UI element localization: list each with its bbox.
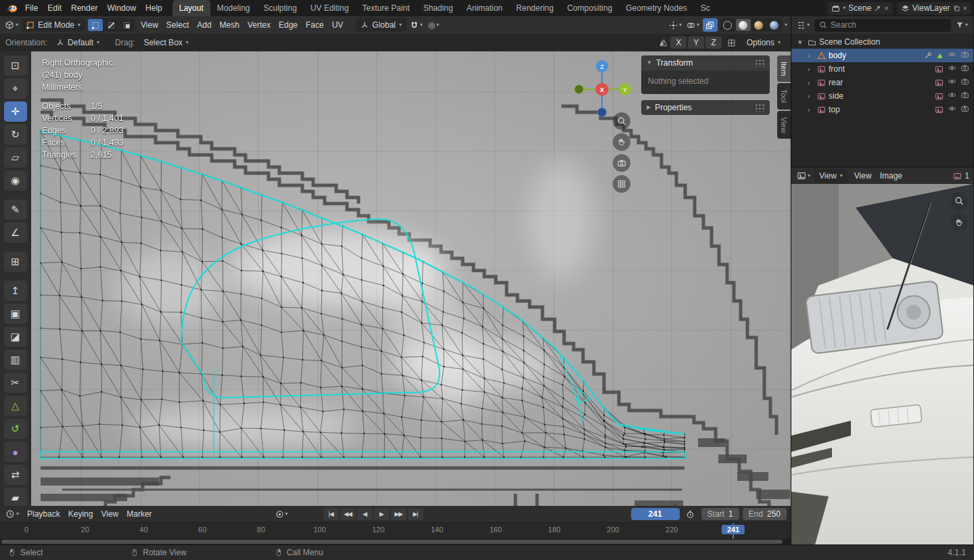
unlink-scene-icon[interactable]: × <box>884 4 888 12</box>
outliner-row-rear[interactable]: ›rear <box>791 76 973 89</box>
chevron-down-icon[interactable]: ▾ <box>785 22 787 28</box>
stopwatch-button[interactable] <box>683 507 698 521</box>
workspace-tab-uv-editing[interactable]: UV Editing <box>304 0 356 16</box>
image-datablock[interactable]: 1 <box>953 171 969 181</box>
sidebar-tab-view[interactable]: View <box>777 111 791 139</box>
wireframe-shading-button[interactable] <box>720 19 735 31</box>
remove-viewlayer-icon[interactable]: × <box>963 4 967 12</box>
navigation-gizmo[interactable]: ZYX <box>572 55 632 119</box>
face-select-button[interactable] <box>119 19 134 31</box>
camera-visibility-toggle[interactable] <box>960 104 969 115</box>
image-menu-view[interactable]: View <box>850 169 876 183</box>
mirror-axis-z[interactable]: Z <box>705 37 721 49</box>
menu-help[interactable]: Help <box>141 1 167 15</box>
camera-visibility-toggle[interactable] <box>960 91 969 101</box>
orientation-dropdown[interactable]: Default ▾ <box>51 36 104 49</box>
tool-poly-build[interactable]: △ <box>4 396 27 416</box>
transform-orientation-dropdown[interactable]: Global ▾ <box>356 18 407 32</box>
play-button[interactable]: ▶ <box>374 508 390 520</box>
tool-cursor[interactable]: ⌖ <box>4 78 27 99</box>
copy-icon[interactable] <box>953 5 960 12</box>
material-shading-button[interactable] <box>751 19 766 31</box>
tool-knife[interactable]: ✂ <box>4 373 27 393</box>
play-reverse-button[interactable]: ◀ <box>357 508 373 520</box>
tool-smooth[interactable]: ● <box>4 442 27 462</box>
viewport-menu-face[interactable]: Face <box>302 18 328 32</box>
camera-visibility-toggle[interactable] <box>960 77 969 88</box>
properties-panel-header[interactable]: ▶ Properties <box>641 100 770 115</box>
hide-toggle[interactable] <box>948 50 956 61</box>
workspace-tab-sculpting[interactable]: Sculpting <box>257 0 304 16</box>
camera-visibility-toggle[interactable] <box>960 50 969 61</box>
timeline-menu-keying[interactable]: Keying <box>64 507 97 521</box>
rendered-shading-button[interactable] <box>767 19 782 31</box>
tool-annotate[interactable]: ✎ <box>4 200 27 220</box>
timeline-ruler[interactable]: 020406080100120140160180200220241 <box>0 522 791 539</box>
viewport-menu-uv[interactable]: UV <box>328 18 348 32</box>
sidebar-tab-tool[interactable]: Tool <box>777 83 791 109</box>
blender-logo-icon[interactable] <box>3 0 20 16</box>
tool-rotate[interactable]: ↻ <box>4 124 27 145</box>
outliner-row-scene-collection[interactable]: ▾Scene Collection <box>791 35 973 49</box>
panel-grip-icon[interactable] <box>755 59 764 67</box>
camera-view-button[interactable] <box>613 154 630 172</box>
viewport-canvas[interactable]: ⊡⌖✛↻▱◉✎∠⊞↥▣◪▥✂△↺●⇄▰◫ Right Orthographic … <box>0 51 791 506</box>
viewport-menu-view[interactable]: View <box>137 18 162 32</box>
viewport-menu-select[interactable]: Select <box>162 18 193 32</box>
disclosure-icon[interactable]: › <box>808 51 814 60</box>
image-view-mode-dropdown[interactable]: View ▾ <box>814 169 848 183</box>
jump-to-start-button[interactable]: |◀ <box>323 508 339 520</box>
show-gizmo-button[interactable]: ▾ <box>668 18 683 32</box>
hide-toggle[interactable] <box>948 104 956 115</box>
search-input[interactable] <box>831 20 946 30</box>
drag-dropdown[interactable]: Select Box ▾ <box>139 36 193 49</box>
viewport-menu-mesh[interactable]: Mesh <box>216 18 244 32</box>
workspace-tab-shading[interactable]: Shading <box>417 0 460 16</box>
current-frame-field[interactable]: 241 <box>631 508 680 520</box>
menu-window[interactable]: Window <box>102 1 141 15</box>
outliner-search[interactable] <box>814 19 951 32</box>
editor-type-image-button[interactable]: ▾ <box>795 169 812 183</box>
editor-type-timeline-button[interactable]: ▾ <box>4 507 20 521</box>
tool-edge-slide[interactable]: ⇄ <box>4 465 27 485</box>
scene-selector[interactable]: ▾ Scene × <box>827 2 892 15</box>
workspace-tab-texture-paint[interactable]: Texture Paint <box>356 0 417 16</box>
workspace-tab-sc[interactable]: Sc <box>694 0 717 16</box>
viewlayer-selector[interactable]: ViewLayer × <box>897 2 971 15</box>
tool-bevel[interactable]: ◪ <box>4 327 27 347</box>
tool-inset-faces[interactable]: ▣ <box>4 304 27 324</box>
viewport-menu-vertex[interactable]: Vertex <box>244 18 275 32</box>
menu-file[interactable]: File <box>20 1 43 15</box>
scrollbar-handle[interactable] <box>1 540 783 544</box>
proportional-editing-button[interactable]: ◎▾ <box>426 18 441 32</box>
tool-shear[interactable]: ▰ <box>4 488 27 506</box>
image-menu-image[interactable]: Image <box>876 169 906 183</box>
edge-select-button[interactable] <box>103 19 118 31</box>
zoom-button[interactable] <box>950 192 968 210</box>
mirror-axis-y[interactable]: Y <box>688 37 704 49</box>
menu-edit[interactable]: Edit <box>43 1 66 15</box>
workspace-tab-animation[interactable]: Animation <box>460 0 509 16</box>
menu-render[interactable]: Render <box>66 1 102 15</box>
tool-scale[interactable]: ▱ <box>4 147 27 168</box>
mode-dropdown[interactable]: Edit Mode ▾ <box>22 18 85 32</box>
viewport-menu-add[interactable]: Add <box>193 18 215 32</box>
outliner-display-mode-button[interactable]: ▾ <box>795 18 811 32</box>
tool-extrude-region[interactable]: ↥ <box>4 281 27 301</box>
outliner-row-front[interactable]: ›front <box>791 62 973 76</box>
tool-transform[interactable]: ◉ <box>4 170 27 191</box>
transform-panel-header[interactable]: ▼ Transform <box>641 55 770 70</box>
tool-loop-cut[interactable]: ▥ <box>4 350 27 370</box>
outliner-row-side[interactable]: ›side <box>791 89 973 103</box>
orthographic-toggle-button[interactable] <box>613 175 630 193</box>
outliner-row-body[interactable]: ›body <box>791 49 973 62</box>
solid-shading-button[interactable] <box>736 19 751 31</box>
overlays-button[interactable]: ▾ <box>685 18 701 32</box>
frame-end-field[interactable]: End 250 <box>743 508 787 520</box>
snap-toggle-button[interactable]: ▾ <box>409 18 424 32</box>
tool-measure[interactable]: ∠ <box>4 223 27 243</box>
mirror-axis-x[interactable]: X <box>670 37 687 49</box>
tool-spin[interactable]: ↺ <box>4 419 27 439</box>
timeline-scrollbar[interactable] <box>0 539 791 544</box>
filter-button[interactable]: ▾ <box>954 18 969 32</box>
